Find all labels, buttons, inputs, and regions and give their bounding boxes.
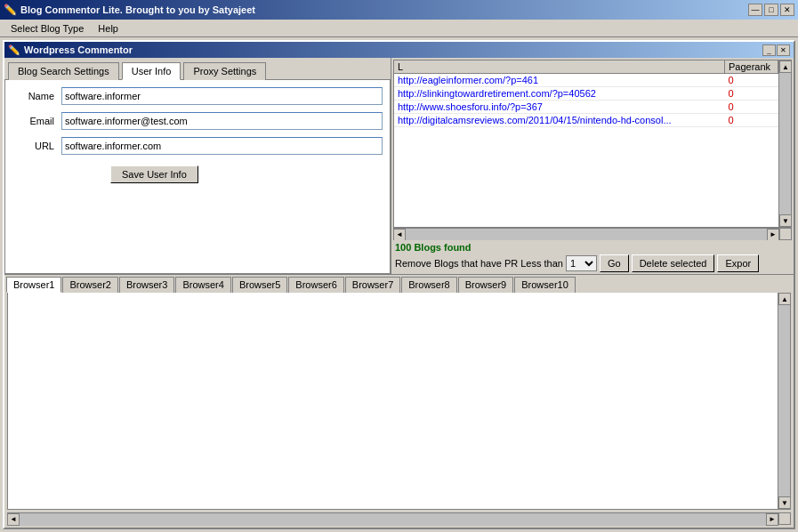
inner-window: ✏️ Wordpress Commentor _ ✕ Blog Search S… (3, 40, 795, 529)
pr-select[interactable]: 12345678910 (566, 255, 597, 271)
url-column-header: L (394, 60, 725, 74)
bottom-hscrollbar: ◄ ► (7, 512, 778, 525)
email-row: Email (12, 112, 383, 130)
save-user-info-button[interactable]: Save User Info (110, 165, 198, 183)
email-label: Email (12, 116, 61, 126)
tab-proxy-settings[interactable]: Proxy Settings (183, 62, 266, 80)
menu-help[interactable]: Help (91, 21, 125, 36)
vscroll-down-button[interactable]: ▼ (779, 214, 792, 227)
user-info-tab-pane: Name Email URL (4, 79, 391, 274)
app-close-button[interactable]: ✕ (780, 4, 794, 16)
menu-select-blog-type[interactable]: Select Blog Type (4, 21, 91, 36)
main-split: Blog Search Settings User Info Proxy Set… (4, 58, 794, 274)
delete-selected-button[interactable]: Delete selected (632, 254, 715, 272)
hscroll-right-button[interactable]: ► (767, 229, 779, 241)
name-row: Name (12, 87, 383, 105)
bottom-scroll-corner (778, 512, 791, 525)
browser-tab-browser6[interactable]: Browser6 (288, 277, 343, 293)
app-title-left: ✏️ Blog Commentor Lite. Brought to you b… (4, 4, 255, 16)
blogs-found-text: 100 Blogs found (395, 242, 790, 253)
inner-minimize-button[interactable]: _ (762, 44, 776, 56)
tab-blog-search-settings[interactable]: Blog Search Settings (8, 62, 119, 80)
browser-tabs-row: Browser1Browser2Browser3Browser4Browser5… (4, 274, 794, 293)
browser-content-area: ▲ ▼ (7, 293, 791, 510)
browser-vscrollbar: ▲ ▼ (778, 293, 790, 509)
inner-title-left: ✏️ Wordpress Commentor (8, 44, 133, 56)
right-panel: L Pagerank http://eagleinformer.com/?p=4… (391, 58, 794, 274)
controls-area: 100 Blogs found Remove Blogs that have P… (391, 240, 794, 274)
blogs-count: 100 Blogs found (395, 242, 472, 253)
vscroll-up-button[interactable]: ▲ (779, 60, 792, 73)
inner-title-bar: ✏️ Wordpress Commentor _ ✕ (4, 42, 794, 58)
table-row[interactable]: http://www.shoesforu.info/?p=367 0 (394, 101, 778, 114)
pagerank-cell: 0 (725, 87, 778, 101)
name-field[interactable] (61, 87, 383, 105)
tab-user-info[interactable]: User Info (122, 62, 181, 80)
export-button[interactable]: Expor (717, 254, 759, 272)
inner-title-icon: ✏️ (8, 44, 20, 56)
table-row[interactable]: http://eagleinformer.com/?p=461 0 (394, 74, 778, 87)
browser-tab-browser4[interactable]: Browser4 (175, 277, 230, 293)
hscroll-left-button[interactable]: ◄ (393, 229, 406, 241)
remove-blogs-row: Remove Blogs that have PR Less than 1234… (395, 254, 790, 272)
scroll-corner (779, 228, 792, 240)
bottom-hscroll-track[interactable] (20, 513, 766, 526)
left-panel: Blog Search Settings User Info Proxy Set… (4, 58, 391, 274)
hscroll-track[interactable] (406, 229, 767, 241)
browser-viewport (8, 293, 778, 509)
url-table-vscrollbar: ▲ ▼ (778, 60, 791, 227)
url-cell[interactable]: http://eagleinformer.com/?p=461 (394, 74, 725, 87)
url-cell[interactable]: http://www.shoesforu.info/?p=367 (394, 101, 725, 114)
app-title-text: Blog Commentor Lite. Brought to you by S… (20, 4, 255, 15)
browser-vscroll-up-button[interactable]: ▲ (778, 293, 791, 305)
browser-tab-browser2[interactable]: Browser2 (62, 277, 117, 293)
app-title-icon: ✏️ (4, 4, 17, 16)
table-row[interactable]: http://slinkingtowardretirement.com/?p=4… (394, 87, 778, 101)
url-cell[interactable]: http://digitalcamsreviews.com/2011/04/15… (394, 114, 725, 127)
inner-title-buttons: _ ✕ (762, 44, 790, 56)
app-title-bar: ✏️ Blog Commentor Lite. Brought to you b… (0, 0, 798, 20)
inner-close-button[interactable]: ✕ (777, 44, 790, 56)
app-title-buttons: — □ ✕ (748, 4, 794, 16)
url-label: URL (12, 141, 61, 151)
url-cell[interactable]: http://slinkingtowardretirement.com/?p=4… (394, 87, 725, 101)
browser-vscroll-track[interactable] (778, 305, 790, 496)
pagerank-column-header: Pagerank (725, 60, 778, 74)
browser-tab-browser1[interactable]: Browser1 (6, 277, 61, 293)
go-button[interactable]: Go (600, 254, 629, 272)
url-table-hscrollbar: ◄ ► (393, 228, 779, 240)
browser-tab-browser3[interactable]: Browser3 (119, 277, 174, 293)
browser-tab-browser9[interactable]: Browser9 (458, 277, 513, 293)
pagerank-cell: 0 (725, 101, 778, 114)
browser-tab-browser8[interactable]: Browser8 (401, 277, 456, 293)
browser-tab-browser10[interactable]: Browser10 (514, 277, 576, 293)
name-label: Name (12, 91, 61, 101)
url-row: URL (12, 137, 383, 155)
vscroll-track[interactable] (779, 73, 791, 214)
app-maximize-button[interactable]: □ (764, 4, 778, 16)
remove-label: Remove Blogs that have PR Less than (395, 258, 563, 269)
browser-vscroll-down-button[interactable]: ▼ (778, 496, 791, 509)
browser-tab-browser7[interactable]: Browser7 (345, 277, 400, 293)
pagerank-cell: 0 (725, 74, 778, 87)
inner-title-text: Wordpress Commentor (24, 44, 133, 55)
pagerank-cell: 0 (725, 114, 778, 127)
bottom-hscroll-left-button[interactable]: ◄ (7, 513, 20, 526)
url-table: L Pagerank http://eagleinformer.com/?p=4… (394, 60, 778, 127)
url-field[interactable] (61, 137, 383, 155)
bottom-hscroll-right-button[interactable]: ► (766, 513, 778, 526)
menu-bar: Select Blog Type Help (0, 20, 798, 37)
table-row[interactable]: http://digitalcamsreviews.com/2011/04/15… (394, 114, 778, 127)
inner-body: Blog Search Settings User Info Proxy Set… (4, 58, 794, 528)
tabs-row: Blog Search Settings User Info Proxy Set… (4, 58, 391, 79)
email-field[interactable] (61, 112, 383, 130)
browser-tab-browser5[interactable]: Browser5 (232, 277, 287, 293)
app-minimize-button[interactable]: — (748, 4, 762, 16)
bottom-scrollbar-row: ◄ ► (7, 512, 791, 525)
